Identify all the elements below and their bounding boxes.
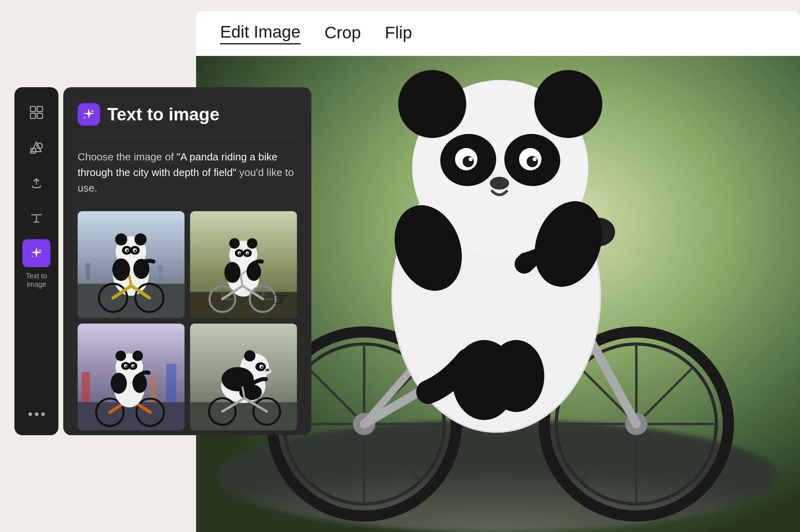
panda-image-3-svg [78, 324, 184, 430]
ai-sparkle-icon [29, 246, 44, 260]
svg-point-78 [133, 259, 149, 279]
sidebar-item-text[interactable] [22, 204, 50, 232]
svg-point-127 [111, 373, 127, 394]
image-grid: ☞ [78, 211, 297, 430]
svg-point-136 [261, 366, 263, 368]
tab-edit-image[interactable]: Edit Image [220, 22, 301, 44]
panda-image-1-svg [78, 211, 184, 318]
svg-point-70 [126, 250, 128, 252]
svg-point-82 [157, 265, 163, 270]
svg-point-65 [134, 233, 146, 245]
tool-panel-icon-bg [78, 103, 100, 126]
sidebar-tool-upload [14, 169, 58, 200]
svg-point-77 [112, 258, 130, 281]
tool-panel-header: Text to image [78, 103, 297, 126]
svg-point-125 [125, 366, 127, 367]
grid-image-2[interactable]: ☞ [190, 211, 297, 318]
app-sidebar: Text to image [14, 87, 58, 435]
svg-rect-57 [37, 113, 42, 118]
svg-point-53 [488, 340, 544, 412]
svg-point-48 [533, 157, 537, 161]
prompt-text: "A panda riding a bike through the city … [78, 151, 277, 178]
editor-toolbar: Edit Image Crop Flip [196, 11, 800, 56]
svg-point-80 [85, 263, 90, 268]
svg-point-88 [247, 238, 257, 249]
svg-point-45 [463, 156, 474, 167]
svg-point-39 [398, 70, 466, 138]
svg-rect-55 [37, 106, 42, 112]
grid-image-1[interactable] [78, 211, 184, 318]
upload-icon [29, 176, 44, 190]
tool-sparkle-icon [82, 107, 96, 122]
tool-panel-description: Choose the image of "A panda riding a bi… [78, 149, 297, 196]
svg-point-94 [247, 253, 249, 254]
svg-point-49 [490, 177, 509, 190]
shapes-icon [29, 140, 44, 155]
svg-point-93 [239, 253, 241, 254]
grid-image-3[interactable] [78, 324, 184, 430]
layout-icon [29, 105, 44, 120]
svg-point-133 [244, 350, 255, 361]
panda-image-2-svg [190, 211, 297, 318]
svg-point-126 [132, 366, 134, 367]
sidebar-tool-shapes [14, 134, 58, 165]
svg-point-64 [115, 233, 127, 245]
svg-point-71 [134, 250, 136, 252]
sidebar-item-ai-label: Text to image [19, 272, 54, 289]
tab-flip[interactable]: Flip [385, 23, 412, 44]
sidebar-item-upload[interactable] [22, 169, 50, 197]
more-dots-icon [28, 412, 45, 416]
grid-image-4[interactable] [190, 324, 297, 430]
svg-rect-81 [158, 270, 162, 281]
sidebar-more-button[interactable] [22, 404, 50, 424]
sidebar-item-ai[interactable] [22, 239, 50, 267]
svg-rect-54 [30, 106, 36, 112]
svg-rect-79 [86, 268, 90, 280]
svg-point-40 [534, 70, 602, 138]
svg-point-106 [247, 262, 261, 281]
svg-point-119 [116, 351, 126, 361]
svg-point-47 [469, 157, 473, 161]
svg-point-120 [132, 351, 143, 361]
tool-panel-title: Text to image [107, 104, 219, 124]
text-icon [29, 211, 44, 225]
tab-crop[interactable]: Crop [325, 23, 361, 44]
sidebar-tool-layout [14, 98, 58, 130]
svg-point-46 [527, 156, 538, 167]
tool-panel: Text to image Choose the image of "A pan… [63, 87, 311, 435]
sidebar-item-shapes[interactable] [22, 134, 50, 162]
svg-point-105 [225, 262, 241, 283]
svg-point-87 [229, 238, 240, 249]
sidebar-tool-ai: Text to image [14, 239, 58, 289]
sidebar-tool-text [14, 204, 58, 235]
panda-image-4-svg [190, 324, 297, 430]
tool-panel-divider [78, 137, 297, 137]
sidebar-item-layout[interactable] [22, 98, 50, 126]
svg-rect-56 [30, 113, 36, 118]
svg-rect-130 [190, 402, 297, 430]
svg-point-138 [265, 369, 269, 371]
